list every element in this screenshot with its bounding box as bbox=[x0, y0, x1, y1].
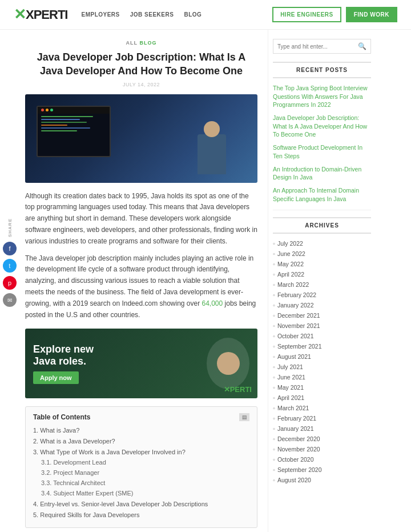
toc-item-3-4[interactable]: 3.4. Subject Matter Expert (SME) bbox=[41, 490, 133, 497]
archive-link-6[interactable]: January 2022 bbox=[277, 302, 314, 309]
toc-item-2[interactable]: 2. What is a Java Developer? bbox=[33, 438, 115, 445]
sidebar-divider bbox=[273, 210, 371, 210]
archive-link-18[interactable]: January 2021 bbox=[277, 425, 314, 432]
archive-item: ◦June 2021 bbox=[273, 372, 371, 382]
breadcrumb: ALL BLOG bbox=[25, 40, 257, 46]
ad-banner: Explore newJava roles. Apply now ✕PERTI bbox=[25, 329, 257, 398]
archive-link-8[interactable]: November 2021 bbox=[277, 322, 320, 329]
recent-post-4[interactable]: An Introduction to Domain-Driven Design … bbox=[273, 165, 371, 182]
article-date: JULY 14, 2022 bbox=[25, 82, 257, 87]
site-logo[interactable]: ✕XPERTI bbox=[14, 6, 67, 23]
toc-item-4[interactable]: 4. Entry-level vs. Senior-level Java Dev… bbox=[33, 501, 208, 507]
recent-post-5[interactable]: An Approach To Internal Domain Specific … bbox=[273, 186, 371, 203]
archive-item: ◦September 2020 bbox=[273, 465, 371, 475]
archive-item: ◦March 2022 bbox=[273, 279, 371, 290]
archive-link-20[interactable]: November 2020 bbox=[277, 446, 320, 453]
sidebar-search-box: 🔍 bbox=[273, 39, 371, 54]
archive-link-21[interactable]: October 2020 bbox=[277, 456, 314, 463]
nav-blog[interactable]: BLOG bbox=[184, 11, 202, 18]
archive-item: ◦May 2021 bbox=[273, 382, 371, 393]
archive-link-9[interactable]: October 2021 bbox=[277, 333, 314, 339]
share-label: SHARE bbox=[7, 218, 13, 237]
archive-item: ◦December 2021 bbox=[273, 310, 371, 321]
archive-item: ◦July 2021 bbox=[273, 362, 371, 372]
toc-item-3-2[interactable]: 3.2. Project Manager bbox=[41, 469, 99, 476]
archive-item: ◦July 2022 bbox=[273, 238, 371, 249]
archive-link-0[interactable]: July 2022 bbox=[277, 240, 303, 247]
search-input[interactable] bbox=[273, 41, 354, 53]
archive-item: ◦October 2020 bbox=[273, 454, 371, 465]
archive-item: ◦August 2020 bbox=[273, 475, 371, 485]
article-body: Although its creation dates back to 1995… bbox=[25, 191, 257, 321]
archive-item: ◦May 2022 bbox=[273, 259, 371, 269]
archive-item: ◦November 2020 bbox=[273, 444, 371, 454]
archive-item: ◦February 2021 bbox=[273, 413, 371, 423]
toc-list: 1. What is Java? 2. What is a Java Devel… bbox=[33, 426, 249, 519]
archive-link-11[interactable]: August 2021 bbox=[277, 353, 311, 360]
archive-link-5[interactable]: February 2022 bbox=[277, 291, 316, 298]
archive-item: ◦November 2021 bbox=[273, 321, 371, 331]
ad-logo: ✕PERTI bbox=[224, 385, 252, 394]
archive-item: ◦October 2021 bbox=[273, 331, 371, 341]
highlight-link[interactable]: 64,000 bbox=[202, 299, 223, 307]
toc-item-3[interactable]: 3. What Type of Work is a Java Developer… bbox=[33, 449, 186, 455]
archive-item: ◦September 2021 bbox=[273, 341, 371, 351]
archive-link-10[interactable]: September 2021 bbox=[277, 343, 322, 350]
archives-list: ◦July 2022◦June 2022◦May 2022◦April 2022… bbox=[273, 238, 371, 485]
table-of-contents: Table of Contents ▤ 1. What is Java? 2. … bbox=[25, 406, 257, 528]
share-twitter[interactable]: t bbox=[3, 259, 17, 273]
archive-item: ◦January 2021 bbox=[273, 423, 371, 434]
archive-link-22[interactable]: September 2020 bbox=[277, 466, 322, 473]
share-pinterest[interactable]: p bbox=[3, 276, 17, 290]
archive-link-7[interactable]: December 2021 bbox=[277, 312, 320, 319]
find-work-button[interactable]: FIND WORK bbox=[346, 7, 397, 22]
archive-item: ◦August 2021 bbox=[273, 351, 371, 362]
toc-item-3-3[interactable]: 3.3. Technical Architect bbox=[41, 479, 105, 486]
recent-post-2[interactable]: Java Developer Job Description: What Is … bbox=[273, 114, 371, 139]
sidebar: 🔍 RECENT POSTS The Top Java Spring Boot … bbox=[268, 30, 379, 532]
toc-item-5[interactable]: 5. Required Skills for Java Developers bbox=[33, 511, 139, 518]
archive-link-14[interactable]: May 2021 bbox=[277, 384, 304, 391]
archive-item: ◦December 2020 bbox=[273, 434, 371, 444]
archive-link-15[interactable]: April 2021 bbox=[277, 394, 304, 401]
archive-link-3[interactable]: April 2022 bbox=[277, 271, 304, 278]
nav-job-seekers[interactable]: JOB SEEKERS bbox=[130, 11, 174, 18]
archive-item: ◦January 2022 bbox=[273, 300, 371, 310]
toc-title: Table of Contents bbox=[33, 413, 90, 421]
hire-engineers-button[interactable]: HIRE ENGINEERS bbox=[272, 7, 341, 22]
archive-link-1[interactable]: June 2022 bbox=[277, 250, 305, 257]
toc-toggle-button[interactable]: ▤ bbox=[239, 413, 249, 421]
article-main: ALL BLOG Java Developer Job Description:… bbox=[19, 30, 268, 532]
recent-post-1[interactable]: The Top Java Spring Boot Interview Quest… bbox=[273, 84, 371, 109]
archive-link-16[interactable]: March 2021 bbox=[277, 405, 309, 411]
toc-item-1[interactable]: 1. What is Java? bbox=[33, 427, 79, 434]
archive-link-19[interactable]: December 2020 bbox=[277, 435, 320, 442]
archive-item: ◦April 2021 bbox=[273, 393, 371, 403]
archive-link-23[interactable]: August 2020 bbox=[277, 477, 311, 483]
share-column: SHARE f t p ✉ bbox=[0, 30, 19, 532]
site-header: ✕XPERTI EMPLOYERS JOB SEEKERS BLOG HIRE … bbox=[0, 0, 411, 30]
recent-posts-title: RECENT POSTS bbox=[273, 62, 371, 78]
ad-apply-button[interactable]: Apply now bbox=[33, 371, 79, 384]
article-hero-image bbox=[25, 94, 257, 183]
search-button[interactable]: 🔍 bbox=[354, 39, 370, 53]
article-title: Java Developer Job Description: What Is … bbox=[25, 50, 257, 78]
archive-link-4[interactable]: March 2022 bbox=[277, 281, 309, 288]
archive-item: ◦June 2022 bbox=[273, 249, 371, 259]
nav-employers[interactable]: EMPLOYERS bbox=[81, 11, 119, 18]
archive-item: ◦March 2021 bbox=[273, 403, 371, 413]
archive-link-12[interactable]: July 2021 bbox=[277, 363, 303, 370]
archive-item: ◦February 2022 bbox=[273, 290, 371, 300]
archive-link-2[interactable]: May 2022 bbox=[277, 261, 304, 267]
recent-post-3[interactable]: Software Product Development In Ten Step… bbox=[273, 143, 371, 160]
ad-headline: Explore newJava roles. bbox=[33, 343, 94, 368]
share-email[interactable]: ✉ bbox=[3, 293, 17, 307]
archive-link-17[interactable]: February 2021 bbox=[277, 415, 316, 422]
toc-item-3-1[interactable]: 3.1. Development Lead bbox=[41, 459, 106, 466]
share-facebook[interactable]: f bbox=[3, 242, 17, 255]
archive-item: ◦April 2022 bbox=[273, 269, 371, 279]
archive-link-13[interactable]: June 2021 bbox=[277, 374, 305, 381]
main-nav: EMPLOYERS JOB SEEKERS BLOG bbox=[81, 11, 202, 18]
archives-title: ARCHIVES bbox=[273, 217, 371, 234]
